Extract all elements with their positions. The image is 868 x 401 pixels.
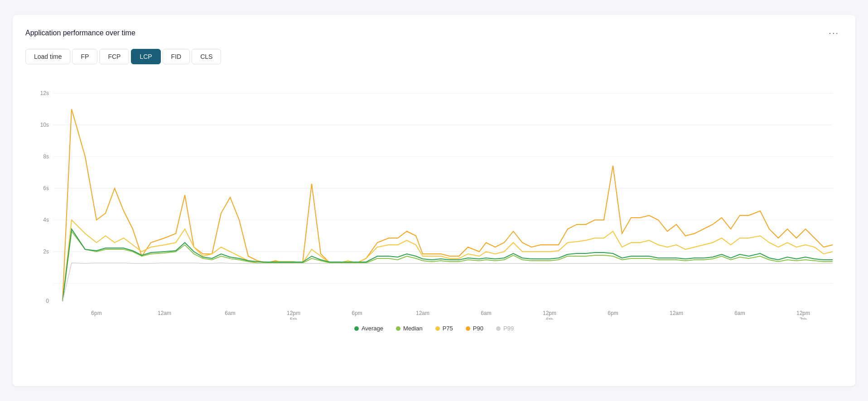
legend-dot-p90 bbox=[466, 326, 470, 331]
legend-label-average: Average bbox=[362, 325, 383, 332]
legend-label-p90: P90 bbox=[473, 325, 483, 332]
svg-text:6s: 6s bbox=[43, 185, 49, 191]
svg-text:6pm: 6pm bbox=[352, 310, 362, 316]
card-title: Application performance over time bbox=[25, 29, 135, 37]
metric-tabs: Load time FP FCP LCP FID CLS bbox=[25, 49, 843, 64]
svg-text:7th: 7th bbox=[800, 317, 807, 320]
svg-text:0: 0 bbox=[46, 298, 49, 304]
p75-line bbox=[63, 220, 833, 301]
legend-p75: P75 bbox=[435, 325, 453, 332]
legend-label-p99: P99 bbox=[503, 325, 514, 332]
svg-text:6pm: 6pm bbox=[608, 310, 618, 316]
svg-text:5th: 5th bbox=[290, 317, 298, 320]
svg-text:6pm: 6pm bbox=[91, 310, 101, 316]
more-options-button[interactable]: ··· bbox=[825, 26, 843, 40]
legend-dot-average bbox=[354, 326, 359, 331]
median-line bbox=[63, 231, 833, 301]
legend-p99: P99 bbox=[496, 325, 514, 332]
svg-text:2s: 2s bbox=[43, 248, 49, 255]
tab-fid[interactable]: FID bbox=[163, 49, 190, 64]
legend-average: Average bbox=[354, 325, 383, 332]
chart-legend: Average Median P75 P90 P99 bbox=[25, 325, 843, 332]
svg-text:8s: 8s bbox=[43, 153, 49, 160]
legend-median: Median bbox=[396, 325, 423, 332]
tab-lcp[interactable]: LCP bbox=[131, 49, 160, 64]
legend-dot-p75 bbox=[435, 326, 440, 331]
chart-area: 0 2s 4s 6s 8s 10s 12s 6pm 12am 6am 12pm … bbox=[25, 75, 843, 320]
legend-dot-p99 bbox=[496, 326, 501, 331]
svg-text:12am: 12am bbox=[416, 310, 429, 316]
svg-text:12s: 12s bbox=[40, 90, 49, 96]
svg-text:12am: 12am bbox=[158, 310, 171, 316]
svg-text:12am: 12am bbox=[670, 310, 683, 316]
legend-label-median: Median bbox=[403, 325, 423, 332]
svg-text:12pm: 12pm bbox=[543, 310, 556, 316]
tab-load-time[interactable]: Load time bbox=[25, 49, 70, 64]
performance-card: Application performance over time ··· Lo… bbox=[13, 15, 855, 386]
svg-text:12pm: 12pm bbox=[796, 310, 810, 316]
svg-text:12pm: 12pm bbox=[287, 310, 300, 316]
chart-svg: 0 2s 4s 6s 8s 10s 12s 6pm 12am 6am 12pm … bbox=[25, 75, 843, 320]
svg-text:6am: 6am bbox=[734, 310, 745, 316]
svg-text:4s: 4s bbox=[43, 217, 49, 223]
tab-fp[interactable]: FP bbox=[72, 49, 97, 64]
legend-label-p75: P75 bbox=[443, 325, 453, 332]
svg-text:6am: 6am bbox=[225, 310, 235, 316]
card-header: Application performance over time ··· bbox=[25, 26, 843, 40]
p90-line bbox=[63, 109, 833, 301]
svg-text:6th: 6th bbox=[546, 317, 554, 320]
svg-text:10s: 10s bbox=[40, 122, 49, 128]
tab-fcp[interactable]: FCP bbox=[99, 49, 129, 64]
tab-cls[interactable]: CLS bbox=[192, 49, 221, 64]
legend-dot-median bbox=[396, 326, 400, 331]
svg-text:6am: 6am bbox=[481, 310, 491, 316]
p99-line bbox=[63, 263, 833, 301]
legend-p90: P90 bbox=[466, 325, 483, 332]
